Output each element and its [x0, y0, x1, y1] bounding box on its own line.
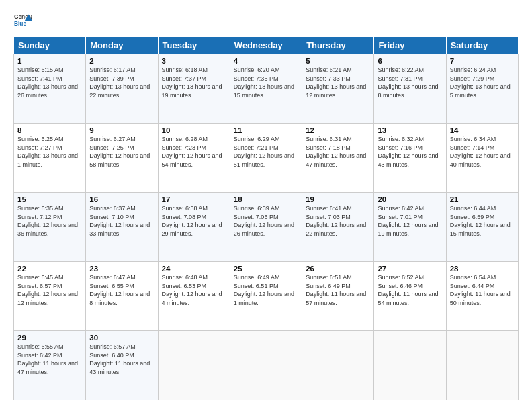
day-info: Sunrise: 6:52 AMSunset: 6:46 PMDaylight:… — [378, 273, 442, 307]
day-number: 26 — [306, 265, 370, 273]
weekday-sunday: Sunday — [14, 37, 86, 54]
day-number: 6 — [378, 57, 442, 65]
day-number: 24 — [162, 265, 226, 273]
day-number: 18 — [234, 195, 298, 203]
weekday-wednesday: Wednesday — [230, 37, 302, 54]
day-number: 1 — [17, 57, 82, 65]
day-info: Sunrise: 6:22 AMSunset: 7:31 PMDaylight:… — [378, 66, 442, 99]
calendar-cell — [158, 331, 230, 400]
calendar-cell — [302, 331, 374, 400]
calendar-cell: 13Sunrise: 6:32 AMSunset: 7:16 PMDayligh… — [374, 124, 446, 193]
calendar-cell — [374, 331, 446, 400]
logo-icon: General Blue — [13, 11, 32, 30]
calendar-cell: 16Sunrise: 6:37 AMSunset: 7:10 PMDayligh… — [86, 193, 158, 262]
day-number: 12 — [306, 126, 370, 134]
calendar-cell: 3Sunrise: 6:18 AMSunset: 7:37 PMDaylight… — [158, 54, 230, 124]
calendar-cell: 7Sunrise: 6:24 AMSunset: 7:29 PMDaylight… — [446, 54, 518, 124]
weekday-tuesday: Tuesday — [158, 37, 230, 54]
week-row-1: 1Sunrise: 6:15 AMSunset: 7:41 PMDaylight… — [14, 54, 519, 124]
calendar-cell: 21Sunrise: 6:44 AMSunset: 6:59 PMDayligh… — [446, 193, 518, 262]
day-info: Sunrise: 6:51 AMSunset: 6:49 PMDaylight:… — [306, 273, 370, 307]
day-number: 7 — [450, 57, 515, 65]
day-info: Sunrise: 6:29 AMSunset: 7:21 PMDaylight:… — [234, 135, 298, 169]
day-number: 2 — [89, 57, 154, 65]
calendar-cell: 15Sunrise: 6:35 AMSunset: 7:12 PMDayligh… — [14, 193, 86, 262]
header: General Blue — [13, 11, 519, 30]
week-row-3: 15Sunrise: 6:35 AMSunset: 7:12 PMDayligh… — [14, 193, 519, 262]
day-number: 16 — [89, 195, 154, 203]
calendar-cell: 29Sunrise: 6:55 AMSunset: 6:42 PMDayligh… — [14, 331, 86, 400]
day-info: Sunrise: 6:39 AMSunset: 7:06 PMDaylight:… — [234, 204, 298, 238]
calendar-cell: 30Sunrise: 6:57 AMSunset: 6:40 PMDayligh… — [86, 331, 158, 400]
weekday-monday: Monday — [86, 37, 158, 54]
calendar-cell: 12Sunrise: 6:31 AMSunset: 7:18 PMDayligh… — [302, 124, 374, 193]
calendar-cell: 11Sunrise: 6:29 AMSunset: 7:21 PMDayligh… — [230, 124, 302, 193]
day-number: 11 — [234, 126, 298, 134]
calendar-cell — [446, 331, 518, 400]
day-info: Sunrise: 6:27 AMSunset: 7:25 PMDaylight:… — [89, 135, 154, 169]
calendar-cell: 19Sunrise: 6:41 AMSunset: 7:03 PMDayligh… — [302, 193, 374, 262]
day-info: Sunrise: 6:15 AMSunset: 7:41 PMDaylight:… — [17, 66, 82, 99]
calendar-cell: 5Sunrise: 6:21 AMSunset: 7:33 PMDaylight… — [302, 54, 374, 124]
calendar-cell — [230, 331, 302, 400]
day-number: 13 — [378, 126, 442, 134]
calendar-cell: 10Sunrise: 6:28 AMSunset: 7:23 PMDayligh… — [158, 124, 230, 193]
day-info: Sunrise: 6:17 AMSunset: 7:39 PMDaylight:… — [89, 66, 154, 99]
day-info: Sunrise: 6:45 AMSunset: 6:57 PMDaylight:… — [17, 273, 82, 307]
calendar-cell: 28Sunrise: 6:54 AMSunset: 6:44 PMDayligh… — [446, 262, 518, 331]
day-info: Sunrise: 6:28 AMSunset: 7:23 PMDaylight:… — [162, 135, 226, 169]
day-info: Sunrise: 6:24 AMSunset: 7:29 PMDaylight:… — [450, 66, 515, 99]
day-number: 15 — [17, 195, 82, 203]
weekday-friday: Friday — [374, 37, 446, 54]
day-number: 10 — [162, 126, 226, 134]
day-info: Sunrise: 6:42 AMSunset: 7:01 PMDaylight:… — [378, 204, 442, 238]
day-number: 23 — [89, 265, 154, 273]
week-row-5: 29Sunrise: 6:55 AMSunset: 6:42 PMDayligh… — [14, 331, 519, 400]
calendar-cell: 1Sunrise: 6:15 AMSunset: 7:41 PMDaylight… — [14, 54, 86, 124]
day-number: 25 — [234, 265, 298, 273]
day-number: 29 — [17, 334, 82, 342]
day-number: 27 — [378, 265, 442, 273]
day-number: 14 — [450, 126, 515, 134]
day-info: Sunrise: 6:21 AMSunset: 7:33 PMDaylight:… — [306, 66, 370, 99]
day-info: Sunrise: 6:55 AMSunset: 6:42 PMDaylight:… — [17, 342, 82, 376]
day-number: 22 — [17, 265, 82, 273]
day-info: Sunrise: 6:35 AMSunset: 7:12 PMDaylight:… — [17, 204, 82, 238]
day-number: 4 — [234, 57, 298, 65]
weekday-row: SundayMondayTuesdayWednesdayThursdayFrid… — [14, 37, 519, 54]
calendar-cell: 14Sunrise: 6:34 AMSunset: 7:14 PMDayligh… — [446, 124, 518, 193]
day-info: Sunrise: 6:44 AMSunset: 6:59 PMDaylight:… — [450, 204, 515, 238]
calendar-cell: 17Sunrise: 6:38 AMSunset: 7:08 PMDayligh… — [158, 193, 230, 262]
day-number: 19 — [306, 195, 370, 203]
day-number: 9 — [89, 126, 154, 134]
week-row-2: 8Sunrise: 6:25 AMSunset: 7:27 PMDaylight… — [14, 124, 519, 193]
day-number: 17 — [162, 195, 226, 203]
day-number: 30 — [89, 334, 154, 342]
calendar-cell: 6Sunrise: 6:22 AMSunset: 7:31 PMDaylight… — [374, 54, 446, 124]
svg-text:Blue: Blue — [14, 20, 26, 27]
day-info: Sunrise: 6:54 AMSunset: 6:44 PMDaylight:… — [450, 273, 515, 307]
week-row-4: 22Sunrise: 6:45 AMSunset: 6:57 PMDayligh… — [14, 262, 519, 331]
day-info: Sunrise: 6:37 AMSunset: 7:10 PMDaylight:… — [89, 204, 154, 238]
day-info: Sunrise: 6:49 AMSunset: 6:51 PMDaylight:… — [234, 273, 298, 307]
day-number: 8 — [17, 126, 82, 134]
calendar-cell: 9Sunrise: 6:27 AMSunset: 7:25 PMDaylight… — [86, 124, 158, 193]
day-info: Sunrise: 6:47 AMSunset: 6:55 PMDaylight:… — [89, 273, 154, 307]
calendar-table: SundayMondayTuesdayWednesdayThursdayFrid… — [13, 36, 519, 400]
day-info: Sunrise: 6:34 AMSunset: 7:14 PMDaylight:… — [450, 135, 515, 169]
day-info: Sunrise: 6:57 AMSunset: 6:40 PMDaylight:… — [89, 342, 154, 376]
calendar-cell: 18Sunrise: 6:39 AMSunset: 7:06 PMDayligh… — [230, 193, 302, 262]
day-number: 20 — [378, 195, 442, 203]
calendar-cell: 8Sunrise: 6:25 AMSunset: 7:27 PMDaylight… — [14, 124, 86, 193]
weekday-saturday: Saturday — [446, 37, 518, 54]
calendar-body: 1Sunrise: 6:15 AMSunset: 7:41 PMDaylight… — [14, 54, 519, 400]
calendar-cell: 2Sunrise: 6:17 AMSunset: 7:39 PMDaylight… — [86, 54, 158, 124]
day-number: 3 — [162, 57, 226, 65]
weekday-thursday: Thursday — [302, 37, 374, 54]
day-info: Sunrise: 6:25 AMSunset: 7:27 PMDaylight:… — [17, 135, 82, 169]
calendar-header: SundayMondayTuesdayWednesdayThursdayFrid… — [14, 37, 519, 54]
day-number: 28 — [450, 265, 515, 273]
day-info: Sunrise: 6:31 AMSunset: 7:18 PMDaylight:… — [306, 135, 370, 169]
calendar-cell: 20Sunrise: 6:42 AMSunset: 7:01 PMDayligh… — [374, 193, 446, 262]
day-info: Sunrise: 6:41 AMSunset: 7:03 PMDaylight:… — [306, 204, 370, 238]
